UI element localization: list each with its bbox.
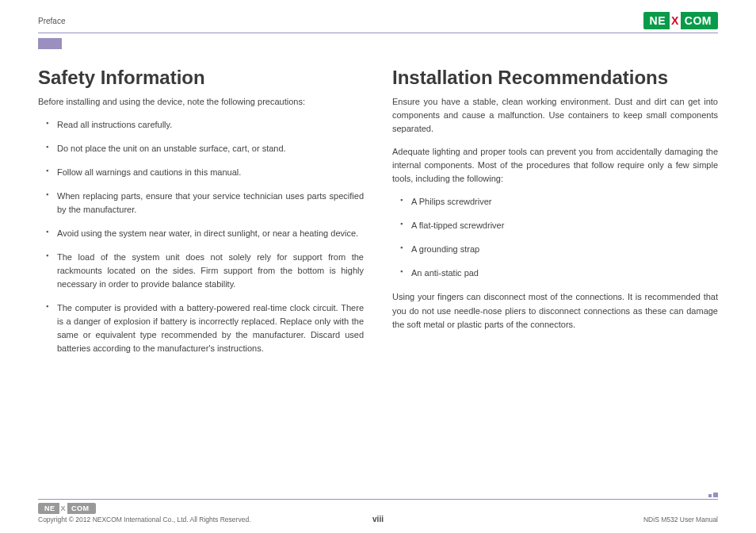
install-p1: Ensure you have a stable, clean working … (392, 95, 718, 136)
logo-x: X (670, 12, 681, 29)
copyright-text: Copyright © 2012 NEXCOM International Co… (38, 516, 250, 523)
list-item: Avoid using the system near water, in di… (46, 227, 364, 240)
safety-list: Read all instructions carefully. Do not … (46, 118, 364, 356)
logo-left: NE (643, 12, 670, 29)
logo-right: COM (681, 12, 718, 29)
left-column: Safety Information Before installing and… (38, 67, 364, 366)
tools-list: A Philips screwdriver A flat-tipped scre… (400, 195, 718, 280)
list-item: Follow all warnings and cautions in this… (46, 166, 364, 179)
list-item: An anti-static pad (400, 266, 718, 280)
section-label: Preface (38, 17, 65, 25)
logo-left: NE (38, 503, 59, 514)
list-item: Do not place the unit on an unstable sur… (46, 142, 364, 155)
install-heading: Installation Recommendations (392, 67, 718, 89)
brand-logo: NE X COM (643, 12, 718, 29)
safety-heading: Safety Information (38, 67, 364, 89)
header-rule (38, 33, 718, 33)
mark-icon (708, 494, 712, 497)
list-item: When replacing parts, ensure that your s… (46, 190, 364, 217)
footer-logo: NE X COM (38, 503, 96, 514)
page-number: viii (372, 515, 384, 523)
logo-right: COM (67, 503, 96, 514)
footer-marks (708, 493, 718, 497)
safety-intro: Before installing and using the device, … (38, 95, 364, 109)
install-p3: Using your fingers can disconnect most o… (392, 290, 718, 331)
list-item: A Philips screwdriver (400, 195, 718, 209)
logo-x: X (59, 503, 68, 514)
list-item: Read all instructions carefully. (46, 118, 364, 132)
mark-icon (713, 493, 718, 497)
list-item: The load of the system unit does not sol… (46, 251, 364, 291)
footer: NE X COM Copyright © 2012 NEXCOM Interna… (38, 499, 718, 523)
tab-marker (38, 38, 62, 49)
right-column: Installation Recommendations Ensure you … (392, 67, 718, 366)
footer-rule (38, 499, 718, 500)
install-p2: Adequate lighting and proper tools can p… (392, 145, 718, 186)
list-item: The computer is provided with a battery-… (46, 301, 364, 355)
list-item: A flat-tipped screwdriver (400, 219, 718, 232)
list-item: A grounding strap (400, 243, 718, 256)
doc-title: NDiS M532 User Manual (643, 516, 718, 523)
